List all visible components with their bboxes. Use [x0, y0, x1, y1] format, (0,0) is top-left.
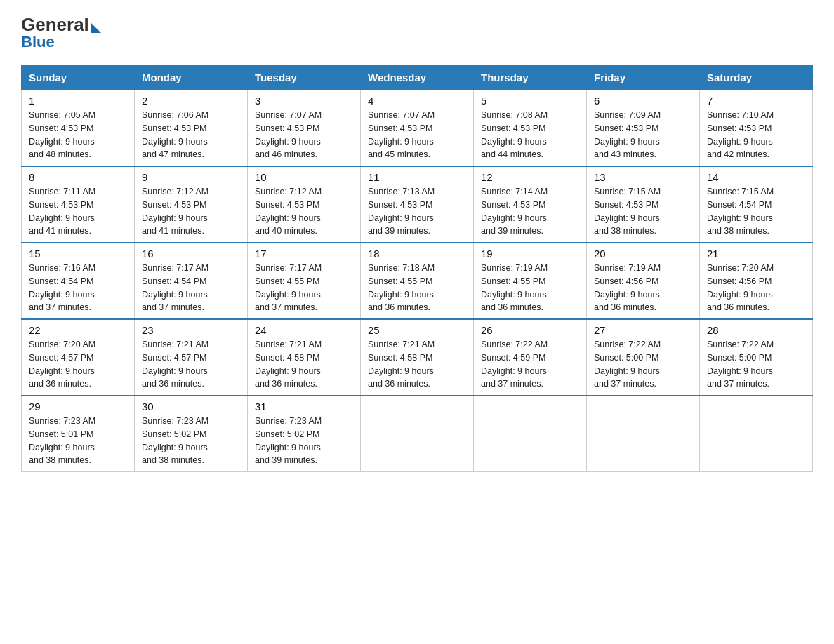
day-info: Sunrise: 7:14 AMSunset: 4:53 PMDaylight:…: [481, 185, 579, 238]
calendar-cell: [361, 396, 474, 472]
calendar-cell: 20Sunrise: 7:19 AMSunset: 4:56 PMDayligh…: [587, 243, 700, 319]
day-number: 7: [707, 95, 805, 107]
calendar-cell: [587, 396, 700, 472]
day-info: Sunrise: 7:12 AMSunset: 4:53 PMDaylight:…: [255, 185, 353, 238]
calendar-cell: 11Sunrise: 7:13 AMSunset: 4:53 PMDayligh…: [361, 166, 474, 243]
day-number: 26: [481, 324, 579, 336]
day-number: 19: [481, 248, 579, 260]
calendar-cell: 18Sunrise: 7:18 AMSunset: 4:55 PMDayligh…: [361, 243, 474, 319]
calendar-table: SundayMondayTuesdayWednesdayThursdayFrid…: [21, 65, 813, 472]
day-info: Sunrise: 7:09 AMSunset: 4:53 PMDaylight:…: [594, 109, 692, 161]
calendar-cell: 8Sunrise: 7:11 AMSunset: 4:53 PMDaylight…: [22, 166, 135, 243]
calendar-cell: 19Sunrise: 7:19 AMSunset: 4:55 PMDayligh…: [474, 243, 587, 319]
day-number: 31: [255, 401, 353, 412]
calendar-week-row: 1Sunrise: 7:05 AMSunset: 4:53 PMDaylight…: [22, 90, 813, 166]
day-info: Sunrise: 7:10 AMSunset: 4:53 PMDaylight:…: [707, 109, 805, 161]
day-number: 3: [255, 95, 353, 107]
calendar-week-row: 8Sunrise: 7:11 AMSunset: 4:53 PMDaylight…: [22, 166, 813, 243]
calendar-cell: 10Sunrise: 7:12 AMSunset: 4:53 PMDayligh…: [248, 166, 361, 243]
page-header: General Blue: [21, 14, 813, 51]
day-info: Sunrise: 7:23 AMSunset: 5:02 PMDaylight:…: [255, 415, 353, 467]
day-info: Sunrise: 7:07 AMSunset: 4:53 PMDaylight:…: [368, 109, 466, 161]
day-number: 23: [142, 324, 240, 336]
day-info: Sunrise: 7:23 AMSunset: 5:01 PMDaylight:…: [29, 415, 127, 467]
calendar-cell: 30Sunrise: 7:23 AMSunset: 5:02 PMDayligh…: [135, 396, 248, 472]
calendar-cell: 13Sunrise: 7:15 AMSunset: 4:53 PMDayligh…: [587, 166, 700, 243]
calendar-week-row: 29Sunrise: 7:23 AMSunset: 5:01 PMDayligh…: [22, 396, 813, 472]
day-info: Sunrise: 7:22 AMSunset: 4:59 PMDaylight:…: [481, 338, 579, 391]
logo: General Blue: [21, 14, 103, 51]
logo-blue: Blue: [21, 33, 55, 51]
day-number: 9: [142, 171, 240, 183]
calendar-cell: 27Sunrise: 7:22 AMSunset: 5:00 PMDayligh…: [587, 319, 700, 396]
day-info: Sunrise: 7:18 AMSunset: 4:55 PMDaylight:…: [368, 262, 466, 314]
calendar-cell: 1Sunrise: 7:05 AMSunset: 4:53 PMDaylight…: [22, 90, 135, 166]
day-number: 15: [29, 248, 127, 260]
day-number: 4: [368, 95, 466, 107]
day-info: Sunrise: 7:08 AMSunset: 4:53 PMDaylight:…: [481, 109, 579, 161]
calendar-cell: 16Sunrise: 7:17 AMSunset: 4:54 PMDayligh…: [135, 243, 248, 319]
day-number: 5: [481, 95, 579, 107]
calendar-header: SundayMondayTuesdayWednesdayThursdayFrid…: [22, 66, 813, 90]
calendar-cell: 6Sunrise: 7:09 AMSunset: 4:53 PMDaylight…: [587, 90, 700, 166]
weekday-header-monday: Monday: [135, 66, 248, 90]
calendar-cell: 21Sunrise: 7:20 AMSunset: 4:56 PMDayligh…: [700, 243, 813, 319]
calendar-cell: 25Sunrise: 7:21 AMSunset: 4:58 PMDayligh…: [361, 319, 474, 396]
calendar-cell: 12Sunrise: 7:14 AMSunset: 4:53 PMDayligh…: [474, 166, 587, 243]
day-number: 21: [707, 248, 805, 260]
day-info: Sunrise: 7:21 AMSunset: 4:57 PMDaylight:…: [142, 338, 240, 391]
calendar-cell: 2Sunrise: 7:06 AMSunset: 4:53 PMDaylight…: [135, 90, 248, 166]
day-number: 28: [707, 324, 805, 336]
calendar-cell: 15Sunrise: 7:16 AMSunset: 4:54 PMDayligh…: [22, 243, 135, 319]
calendar-week-row: 22Sunrise: 7:20 AMSunset: 4:57 PMDayligh…: [22, 319, 813, 396]
calendar-cell: 3Sunrise: 7:07 AMSunset: 4:53 PMDaylight…: [248, 90, 361, 166]
day-info: Sunrise: 7:05 AMSunset: 4:53 PMDaylight:…: [29, 109, 127, 161]
day-number: 24: [255, 324, 353, 336]
day-info: Sunrise: 7:19 AMSunset: 4:56 PMDaylight:…: [594, 262, 692, 314]
day-info: Sunrise: 7:07 AMSunset: 4:53 PMDaylight:…: [255, 109, 353, 161]
day-number: 14: [707, 171, 805, 183]
day-info: Sunrise: 7:21 AMSunset: 4:58 PMDaylight:…: [255, 338, 353, 391]
day-info: Sunrise: 7:19 AMSunset: 4:55 PMDaylight:…: [481, 262, 579, 314]
day-number: 22: [29, 324, 127, 336]
day-number: 10: [255, 171, 353, 183]
day-number: 1: [29, 95, 127, 107]
calendar-cell: 26Sunrise: 7:22 AMSunset: 4:59 PMDayligh…: [474, 319, 587, 396]
day-info: Sunrise: 7:12 AMSunset: 4:53 PMDaylight:…: [142, 185, 240, 238]
day-info: Sunrise: 7:22 AMSunset: 5:00 PMDaylight:…: [594, 338, 692, 391]
day-number: 8: [29, 171, 127, 183]
calendar-cell: 7Sunrise: 7:10 AMSunset: 4:53 PMDaylight…: [700, 90, 813, 166]
weekday-header-friday: Friday: [587, 66, 700, 90]
day-number: 30: [142, 401, 240, 412]
calendar-week-row: 15Sunrise: 7:16 AMSunset: 4:54 PMDayligh…: [22, 243, 813, 319]
calendar-cell: 14Sunrise: 7:15 AMSunset: 4:54 PMDayligh…: [700, 166, 813, 243]
logo-triangle-icon: [91, 23, 101, 33]
day-number: 27: [594, 324, 692, 336]
calendar-cell: 23Sunrise: 7:21 AMSunset: 4:57 PMDayligh…: [135, 319, 248, 396]
day-number: 18: [368, 248, 466, 260]
day-info: Sunrise: 7:20 AMSunset: 4:57 PMDaylight:…: [29, 338, 127, 391]
weekday-header-tuesday: Tuesday: [248, 66, 361, 90]
calendar-cell: [700, 396, 813, 472]
day-number: 12: [481, 171, 579, 183]
weekday-header-saturday: Saturday: [700, 66, 813, 90]
day-number: 17: [255, 248, 353, 260]
day-number: 13: [594, 171, 692, 183]
calendar-cell: 28Sunrise: 7:22 AMSunset: 5:00 PMDayligh…: [700, 319, 813, 396]
calendar-cell: 31Sunrise: 7:23 AMSunset: 5:02 PMDayligh…: [248, 396, 361, 472]
calendar-cell: 17Sunrise: 7:17 AMSunset: 4:55 PMDayligh…: [248, 243, 361, 319]
calendar-cell: [474, 396, 587, 472]
day-number: 16: [142, 248, 240, 260]
weekday-header-sunday: Sunday: [22, 66, 135, 90]
calendar-body: 1Sunrise: 7:05 AMSunset: 4:53 PMDaylight…: [22, 90, 813, 472]
weekday-header-row: SundayMondayTuesdayWednesdayThursdayFrid…: [22, 66, 813, 90]
day-number: 25: [368, 324, 466, 336]
day-info: Sunrise: 7:17 AMSunset: 4:55 PMDaylight:…: [255, 262, 353, 314]
day-number: 6: [594, 95, 692, 107]
weekday-header-wednesday: Wednesday: [361, 66, 474, 90]
day-number: 29: [29, 401, 127, 412]
calendar-cell: 5Sunrise: 7:08 AMSunset: 4:53 PMDaylight…: [474, 90, 587, 166]
day-info: Sunrise: 7:20 AMSunset: 4:56 PMDaylight:…: [707, 262, 805, 314]
day-info: Sunrise: 7:06 AMSunset: 4:53 PMDaylight:…: [142, 109, 240, 161]
day-number: 11: [368, 171, 466, 183]
